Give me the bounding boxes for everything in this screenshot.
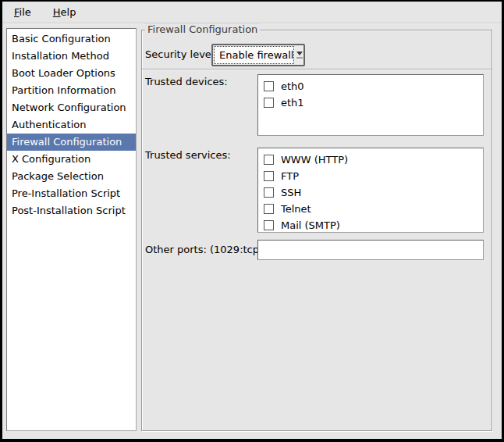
other-ports-input[interactable] — [257, 240, 484, 260]
checkbox-ssh[interactable] — [264, 187, 274, 198]
sidebar-item-firewall-configuration[interactable]: Firewall Configuration — [7, 134, 136, 151]
kickstart-configurator-window: File Help Basic Configuration Installati… — [0, 0, 504, 442]
list-item-www-http[interactable]: WWW (HTTP) — [258, 151, 483, 168]
sidebar-item-x-configuration[interactable]: X Configuration — [7, 151, 136, 168]
chevron-down-triangle — [296, 52, 303, 55]
eth1-label: eth1 — [281, 97, 304, 109]
checkbox-mail-smtp[interactable] — [264, 220, 274, 230]
menu-file[interactable]: File — [11, 5, 34, 20]
security-level-label: Security level: — [145, 48, 218, 60]
sidebar-item-basic-configuration[interactable]: Basic Configuration — [7, 30, 136, 48]
sidebar-item-boot-loader-options[interactable]: Boot Loader Options — [7, 65, 136, 82]
other-ports-label: Other ports: (1029:tcp) — [145, 244, 263, 255]
checkbox-eth0[interactable] — [264, 81, 274, 91]
checkbox-eth1[interactable] — [264, 98, 274, 108]
menu-file-label: ile — [20, 6, 31, 18]
security-level-value: Enable firewall — [214, 46, 294, 64]
trusted-devices-label: Trusted devices: — [145, 76, 228, 87]
telnet-label: Telnet — [281, 203, 311, 215]
ssh-label: SSH — [281, 187, 301, 198]
eth0-label: eth0 — [281, 80, 304, 92]
list-item-telnet[interactable]: Telnet — [258, 201, 483, 217]
checkbox-telnet[interactable] — [264, 204, 274, 214]
sidebar-item-package-selection[interactable]: Package Selection — [7, 168, 136, 185]
security-level-select[interactable]: Enable firewall — [211, 44, 305, 66]
sidebar-item-post-installation-script[interactable]: Post-Installation Script — [7, 202, 136, 219]
trusted-services-list: WWW (HTTP) FTP SSH Telnet Mail (SMTP) — [257, 148, 484, 233]
sidebar-item-partition-information[interactable]: Partition Information — [7, 82, 136, 99]
menubar: File Help — [2, 2, 502, 23]
menu-help-label: elp — [61, 6, 76, 18]
checkbox-ftp[interactable] — [264, 171, 274, 181]
trusted-devices-list: eth0 eth1 — [257, 74, 484, 136]
chevron-down-bar — [296, 57, 303, 59]
menu-help[interactable]: Help — [50, 5, 80, 20]
chevron-down-icon[interactable] — [295, 45, 303, 65]
mail-smtp-label: Mail (SMTP) — [281, 219, 340, 231]
list-item-ssh[interactable]: SSH — [258, 184, 483, 201]
checkbox-www-http[interactable] — [264, 155, 274, 165]
section-list: Basic Configuration Installation Method … — [6, 28, 137, 431]
panel-title: Firewall Configuration — [145, 23, 260, 35]
sidebar-item-installation-method[interactable]: Installation Method — [7, 48, 136, 65]
sidebar-item-authentication[interactable]: Authentication — [7, 116, 136, 134]
sidebar-item-pre-installation-script[interactable]: Pre-Installation Script — [7, 185, 136, 202]
list-item-ftp[interactable]: FTP — [258, 168, 483, 184]
list-item-mail-smtp[interactable]: Mail (SMTP) — [258, 217, 483, 233]
list-item-eth1[interactable]: eth1 — [258, 94, 483, 111]
www-http-label: WWW (HTTP) — [281, 154, 348, 166]
sidebar-item-network-configuration[interactable]: Network Configuration — [7, 99, 136, 116]
firewall-configuration-panel: Firewall Configuration Security level: E… — [141, 30, 492, 431]
separator — [142, 69, 492, 70]
menu-help-mnemonic: H — [53, 6, 61, 18]
ftp-label: FTP — [281, 170, 299, 182]
list-item-eth0[interactable]: eth0 — [258, 78, 483, 94]
trusted-services-label: Trusted services: — [145, 149, 231, 161]
